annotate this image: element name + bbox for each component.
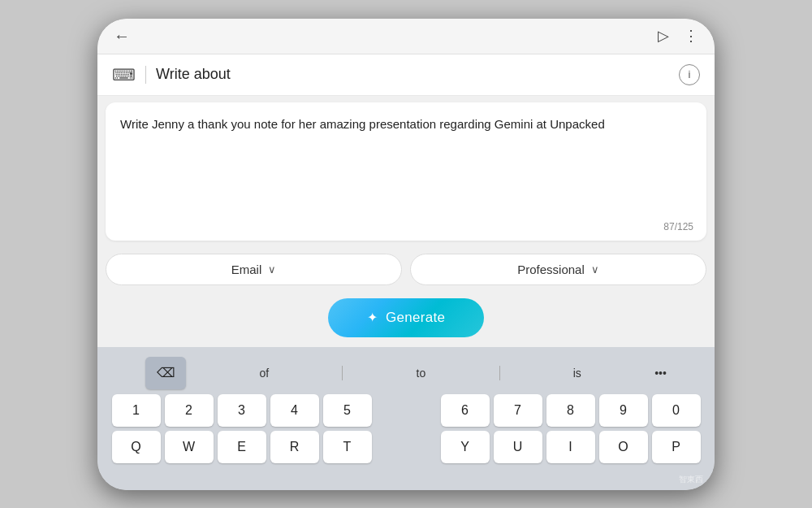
keyboard-back-key[interactable]: ⌫	[145, 357, 186, 389]
phone-frame: ← ▷ ⋮ ⌨ Write about i Write Jenny a than…	[97, 19, 715, 490]
watermark: 智東西	[679, 474, 703, 485]
key-q[interactable]: Q	[112, 431, 161, 463]
type-chevron-icon: ∨	[268, 263, 276, 276]
keyboard-more-key[interactable]: •••	[654, 367, 667, 380]
header-divider	[145, 66, 146, 84]
text-area-section: Write Jenny a thank you note for her ama…	[106, 102, 706, 241]
info-icon[interactable]: i	[679, 64, 700, 85]
phone-screen: ← ▷ ⋮ ⌨ Write about i Write Jenny a than…	[97, 19, 715, 490]
key-r[interactable]: R	[270, 431, 319, 463]
letter-row-1: Q W E R T Y U I O P	[101, 431, 711, 463]
generate-button[interactable]: ✦ Generate	[328, 298, 485, 337]
key-u[interactable]: U	[494, 431, 542, 463]
key-5[interactable]: 5	[323, 394, 372, 427]
page-title: Write about	[156, 66, 669, 83]
tone-chevron-icon: ∨	[591, 263, 599, 276]
key-8[interactable]: 8	[546, 394, 595, 427]
keyboard-icon: ⌨	[112, 65, 136, 85]
number-gap	[376, 394, 437, 427]
write-header: ⌨ Write about i	[97, 54, 715, 96]
text-content[interactable]: Write Jenny a thank you note for her ama…	[120, 115, 692, 134]
sparkle-icon: ✦	[367, 310, 378, 325]
top-nav: ← ▷ ⋮	[97, 19, 715, 54]
nav-right: ▷ ⋮	[658, 27, 698, 45]
type-dropdown-label: Email	[231, 263, 262, 276]
key-y[interactable]: Y	[441, 431, 490, 463]
nav-left: ←	[114, 27, 130, 46]
key-i[interactable]: I	[546, 431, 595, 463]
key-w[interactable]: W	[165, 431, 214, 463]
key-t[interactable]: T	[323, 431, 372, 463]
type-dropdown[interactable]: Email ∨	[106, 254, 402, 285]
letter-gap	[376, 431, 437, 463]
key-1[interactable]: 1	[112, 394, 161, 427]
tone-dropdown[interactable]: Professional ∨	[410, 254, 706, 285]
keyboard-suggestions-row: ⌫ of to is •••	[101, 354, 711, 394]
key-p[interactable]: P	[652, 431, 701, 463]
suggestion-divider-2	[499, 366, 500, 380]
dropdowns-section: Email ∨ Professional ∨	[97, 249, 715, 290]
send-icon[interactable]: ▷	[658, 27, 669, 45]
key-7[interactable]: 7	[494, 394, 542, 427]
suggestion-to[interactable]: to	[417, 367, 426, 380]
key-3[interactable]: 3	[218, 394, 266, 427]
key-2[interactable]: 2	[165, 394, 214, 427]
key-6[interactable]: 6	[441, 394, 490, 427]
generate-button-label: Generate	[386, 310, 445, 326]
key-e[interactable]: E	[218, 431, 266, 463]
generate-section: ✦ Generate	[97, 290, 715, 347]
suggestion-is[interactable]: is	[573, 367, 581, 380]
more-icon[interactable]: ⋮	[684, 27, 698, 45]
keyboard-section: ⌫ of to is ••• 1 2 3 4 5 6 7 8 9 0	[97, 347, 715, 490]
key-4[interactable]: 4	[270, 394, 319, 427]
char-count: 87/125	[663, 221, 693, 232]
key-9[interactable]: 9	[599, 394, 648, 427]
suggestion-of[interactable]: of	[259, 367, 269, 380]
tone-dropdown-label: Professional	[517, 263, 585, 276]
suggestion-divider-1	[342, 366, 343, 380]
key-o[interactable]: O	[599, 431, 648, 463]
back-button[interactable]: ←	[114, 27, 130, 46]
number-row: 1 2 3 4 5 6 7 8 9 0	[101, 394, 711, 427]
key-0[interactable]: 0	[652, 394, 701, 427]
